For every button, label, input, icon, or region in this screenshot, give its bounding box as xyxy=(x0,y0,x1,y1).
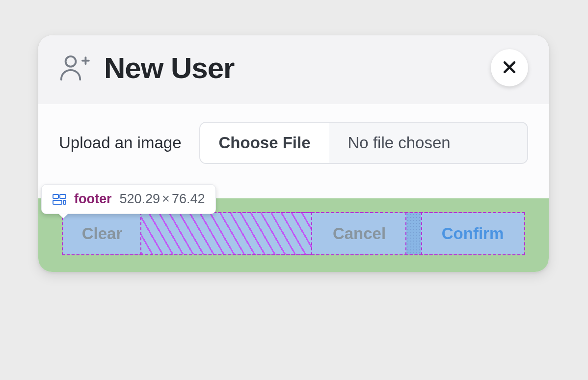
file-status: No file chosen xyxy=(329,123,527,163)
inspect-tag-name: footer xyxy=(74,191,112,207)
clear-button[interactable]: Clear xyxy=(63,213,141,254)
confirm-button[interactable]: Confirm xyxy=(421,213,524,254)
close-icon xyxy=(501,59,518,77)
close-button[interactable] xyxy=(491,49,528,86)
dialog-title: New User xyxy=(104,51,234,85)
clear-button-label: Clear xyxy=(82,224,123,243)
user-plus-icon xyxy=(59,54,90,82)
svg-rect-5 xyxy=(53,194,58,198)
file-picker: Choose File No file chosen xyxy=(199,122,529,164)
confirm-button-label: Confirm xyxy=(442,224,504,243)
inspect-sep: × xyxy=(160,191,172,206)
svg-point-0 xyxy=(66,56,76,67)
inspect-dimensions: 520.29×76.42 xyxy=(120,191,205,207)
svg-rect-7 xyxy=(53,200,62,204)
footer-flex-container: Clear Cancel Confirm xyxy=(63,213,524,254)
upload-label: Upload an image xyxy=(59,134,182,152)
flex-gap xyxy=(406,213,421,254)
inspect-width: 520.29 xyxy=(120,191,160,206)
cancel-button-label: Cancel xyxy=(333,224,386,243)
cancel-button[interactable]: Cancel xyxy=(312,213,406,254)
choose-file-button[interactable]: Choose File xyxy=(200,123,329,163)
inspect-height: 76.42 xyxy=(172,191,205,206)
svg-rect-8 xyxy=(63,200,66,204)
new-user-dialog: New User Upload an image Choose File No … xyxy=(38,35,549,272)
svg-rect-6 xyxy=(60,194,66,198)
devtools-inspect-tooltip: footer 520.29×76.42 xyxy=(41,184,216,214)
dialog-header: New User xyxy=(38,35,549,104)
flex-free-space xyxy=(141,213,312,254)
flex-layout-icon xyxy=(53,194,66,205)
